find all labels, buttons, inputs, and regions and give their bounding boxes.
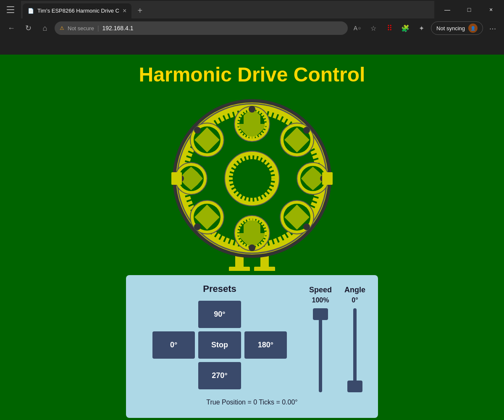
speed-slider-track xyxy=(315,308,326,392)
svg-rect-1 xyxy=(7,9,14,10)
panel-inner: Presets 90° 0° Stop 180° 270° Speed 100% xyxy=(139,284,365,392)
angle-slider-group: Angle 0° xyxy=(344,286,365,392)
position-text: True Position = 0 Ticks = 0.00° xyxy=(139,399,365,406)
svg-rect-41 xyxy=(322,172,333,185)
speed-slider-visual xyxy=(319,308,322,392)
drive-visual xyxy=(158,90,346,271)
presets-section: Presets 90° 0° Stop 180° 270° xyxy=(139,284,301,392)
angle-slider-thumb[interactable] xyxy=(347,381,362,392)
new-tab-button[interactable]: + xyxy=(133,4,147,18)
svg-point-36 xyxy=(194,127,201,134)
avatar: 👤 xyxy=(468,24,478,33)
preset-270-button[interactable]: 270° xyxy=(198,362,241,389)
back-button[interactable]: ← xyxy=(4,21,18,35)
nav-bar: ← ↻ ⌂ ⚠ Not secure | 192.168.4.1 A☺ ☆ ⠿ … xyxy=(0,19,504,37)
maximize-button[interactable]: □ xyxy=(459,3,479,16)
speed-value: 100% xyxy=(312,297,329,304)
svg-point-33 xyxy=(249,244,255,251)
home-button[interactable]: ⌂ xyxy=(38,21,52,35)
tab-close-button[interactable]: × xyxy=(123,7,126,15)
speed-slider-thumb[interactable] xyxy=(313,308,328,320)
extensions-button[interactable]: 🧩 xyxy=(398,21,412,35)
security-warning-icon: ⚠ xyxy=(60,25,64,31)
control-panel: Presets 90° 0° Stop 180° 270° Speed 100% xyxy=(126,275,378,418)
not-secure-label: Not secure xyxy=(68,25,94,32)
preset-90-button[interactable]: 90° xyxy=(198,301,241,328)
address-bar[interactable]: ⚠ Not secure | 192.168.4.1 xyxy=(55,21,348,35)
more-button[interactable]: ··· xyxy=(486,21,500,35)
tab-favicon: 📄 xyxy=(28,8,34,14)
svg-point-38 xyxy=(194,223,201,230)
svg-rect-5 xyxy=(229,267,250,271)
speed-label: Speed xyxy=(309,286,332,294)
sync-label: Not syncing xyxy=(436,25,465,32)
browser-chrome: 📄 Tim's ESP8266 Harmonic Drive C × + — □… xyxy=(0,0,504,55)
angle-slider-track xyxy=(349,308,361,392)
nav-icons: A☺ ☆ ⠿ 🧩 ✦ xyxy=(350,21,428,35)
sliders-section: Speed 100% Angle 0° xyxy=(309,284,365,392)
title-bar: 📄 Tim's ESP8266 Harmonic Drive C × + — □… xyxy=(0,0,504,19)
sync-button[interactable]: Not syncing 👤 xyxy=(431,21,483,35)
read-aloud-button[interactable]: A☺ xyxy=(350,21,365,35)
stop-button[interactable]: Stop xyxy=(198,331,241,359)
svg-point-39 xyxy=(303,223,310,230)
angle-value: 0° xyxy=(352,297,358,304)
svg-rect-0 xyxy=(7,6,14,7)
address-separator: | xyxy=(97,25,99,32)
preset-0-button[interactable]: 0° xyxy=(152,331,195,359)
preset-180-button[interactable]: 180° xyxy=(244,331,287,359)
svg-rect-6 xyxy=(254,267,275,271)
presets-grid: 90° 0° Stop 180° 270° xyxy=(152,301,287,389)
page-title: Harmonic Drive Control xyxy=(139,63,365,86)
page-content: Harmonic Drive Control xyxy=(0,55,504,420)
add-favorites-button[interactable]: ✦ xyxy=(414,21,428,35)
tab-bar: 📄 Tim's ESP8266 Harmonic Drive C × + xyxy=(21,1,434,18)
close-button[interactable]: × xyxy=(481,3,501,16)
speed-slider-group: Speed 100% xyxy=(309,286,332,392)
sidebar-toggle[interactable] xyxy=(3,3,18,17)
angle-slider-visual xyxy=(353,308,357,392)
svg-rect-2 xyxy=(7,12,14,13)
refresh-button[interactable]: ↻ xyxy=(21,21,35,35)
active-tab[interactable]: 📄 Tim's ESP8266 Harmonic Drive C × xyxy=(23,3,131,18)
presets-label: Presets xyxy=(203,284,236,294)
svg-rect-40 xyxy=(171,172,182,185)
favorites-button[interactable]: ☆ xyxy=(366,21,381,35)
collections-button[interactable]: ⠿ xyxy=(382,21,396,35)
svg-point-37 xyxy=(303,127,310,134)
window-controls: — □ × xyxy=(438,3,501,16)
address-url: 192.168.4.1 xyxy=(102,25,134,32)
angle-label: Angle xyxy=(344,286,365,294)
tab-title: Tim's ESP8266 Harmonic Drive C xyxy=(37,8,119,14)
minimize-button[interactable]: — xyxy=(438,3,457,16)
svg-point-32 xyxy=(249,106,255,113)
